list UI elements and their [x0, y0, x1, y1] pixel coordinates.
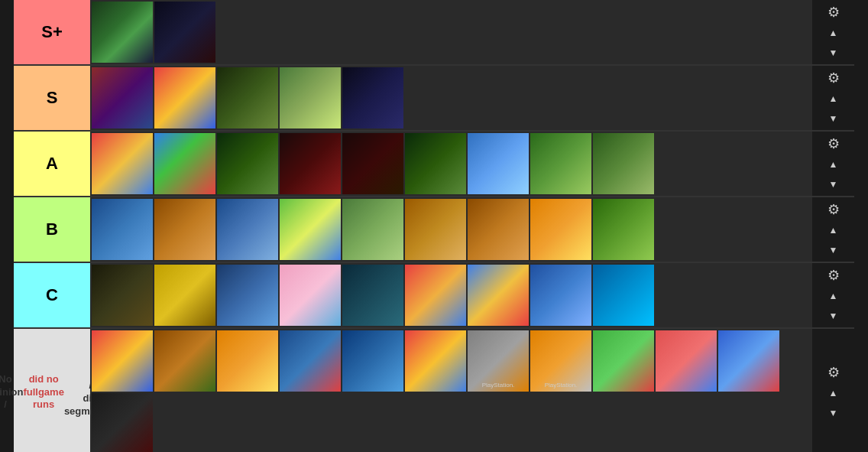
game-megaman-no[interactable]: [342, 330, 403, 392]
game-super-mario-land[interactable]: [405, 330, 466, 392]
gear-button-a[interactable]: ⚙: [823, 135, 844, 152]
gear-button-splus[interactable]: ⚙: [823, 4, 844, 21]
up-button-splus[interactable]: [823, 24, 844, 41]
game-mario-odyssey[interactable]: [92, 133, 153, 194]
tier-list: S+⚙S⚙A⚙B⚙C⚙No opinion /did nofullgamerun…: [14, 0, 854, 452]
game-zelda-mm2[interactable]: [405, 133, 466, 194]
game-ducktales-c[interactable]: [530, 265, 591, 326]
game-donkey-kong-b[interactable]: [154, 199, 215, 260]
game-zelda-botw[interactable]: [280, 67, 341, 128]
tier-games-b: [90, 197, 812, 262]
tier-controls-a: ⚙: [812, 132, 854, 196]
up-button-no-opinion[interactable]: [823, 384, 844, 401]
down-button-a[interactable]: [823, 175, 844, 192]
gear-button-no-opinion[interactable]: ⚙: [823, 364, 844, 381]
tier-label-no-opinion: No opinion /did nofullgameruns/didsegmen…: [14, 329, 90, 452]
tier-row-splus: S+⚙: [14, 0, 854, 66]
tier-controls-s: ⚙: [812, 66, 854, 130]
gear-button-b[interactable]: ⚙: [823, 201, 844, 218]
game-mario-party4[interactable]: [468, 265, 529, 326]
game-portal[interactable]: [342, 265, 403, 326]
tier-games-c: [90, 263, 812, 327]
down-button-no-opinion[interactable]: [823, 404, 844, 421]
tier-controls-c: ⚙: [812, 263, 854, 327]
up-button-b[interactable]: [823, 221, 844, 238]
tier-label-b: B: [14, 197, 90, 262]
tier-controls-b: ⚙: [812, 197, 854, 262]
game-zelda-link-c[interactable]: [593, 265, 654, 326]
down-button-b[interactable]: [823, 241, 844, 258]
game-super-mario-rpg[interactable]: [718, 330, 779, 392]
game-hollow-knight[interactable]: [154, 2, 215, 63]
gear-button-s[interactable]: ⚙: [823, 70, 844, 86]
tier-games-no-opinion: PlayStation.PlayStation.: [90, 329, 812, 452]
game-crash-b[interactable]: [530, 199, 591, 260]
tier-row-a: A⚙: [14, 132, 854, 197]
game-donkey-kong-no[interactable]: [154, 330, 215, 392]
tier-label-a: A: [14, 132, 90, 196]
game-mario-world[interactable]: [154, 133, 215, 194]
tier-row-b: B⚙: [14, 197, 854, 263]
game-super-mario64-no[interactable]: [92, 330, 153, 392]
tier-row-no-opinion: No opinion /did nofullgameruns/didsegmen…: [14, 329, 854, 452]
tier-controls-no-opinion: ⚙: [812, 329, 854, 452]
game-donkey-kong64[interactable]: [405, 199, 466, 260]
game-starfox-adv[interactable]: [217, 265, 278, 326]
game-metroid-dread[interactable]: [342, 67, 403, 128]
game-metroid-prime[interactable]: [92, 2, 153, 63]
up-button-s[interactable]: [823, 89, 844, 106]
down-button-splus[interactable]: [823, 44, 844, 60]
gear-button-c[interactable]: ⚙: [823, 267, 844, 284]
game-kirby[interactable]: [280, 265, 341, 326]
down-button-c[interactable]: [823, 307, 844, 324]
game-re4[interactable]: [92, 265, 153, 326]
tier-label-c: C: [14, 263, 90, 327]
tier-row-c: C⚙: [14, 263, 854, 329]
game-pikmin2[interactable]: [593, 199, 654, 260]
game-zelda-minish[interactable]: [342, 199, 403, 260]
game-zelda-oot[interactable]: [593, 133, 654, 194]
game-wario-world[interactable]: [154, 265, 215, 326]
game-re3[interactable]: [280, 133, 341, 194]
game-ducktales[interactable]: [217, 199, 278, 260]
tier-games-a: [90, 132, 812, 196]
tier-label-splus: S+: [14, 0, 90, 64]
game-zelda-mm[interactable]: [217, 133, 278, 194]
game-bloodborne[interactable]: [342, 133, 403, 194]
game-zelda-lttp-a[interactable]: [530, 133, 591, 194]
game-chrono-trigger[interactable]: [92, 67, 153, 128]
tier-games-splus: [90, 0, 812, 64]
tier-label-s: S: [14, 66, 90, 130]
game-crash-ps1b[interactable]: PlayStation.: [530, 330, 591, 392]
game-crash-ps1a[interactable]: PlayStation.: [468, 330, 529, 392]
game-yoshi[interactable]: [593, 330, 654, 392]
game-mario64[interactable]: [154, 67, 215, 128]
game-mario-party5[interactable]: [405, 265, 466, 326]
up-button-c[interactable]: [823, 287, 844, 304]
game-crash-no[interactable]: [217, 330, 278, 392]
tier-row-s: S⚙: [14, 66, 854, 132]
up-button-a[interactable]: [823, 155, 844, 172]
game-zelda-tp[interactable]: [217, 67, 278, 128]
tier-games-s: [90, 66, 812, 130]
game-undertale[interactable]: [92, 393, 153, 452]
tier-controls-splus: ⚙: [812, 0, 854, 64]
game-donkey-kong64b[interactable]: [468, 199, 529, 260]
game-megaman10[interactable]: [280, 330, 341, 392]
game-megaman11[interactable]: [92, 199, 153, 260]
game-super-mario-world-b[interactable]: [280, 199, 341, 260]
game-zelda-ww[interactable]: [468, 133, 529, 194]
down-button-s[interactable]: [823, 109, 844, 126]
game-paper-mario[interactable]: [656, 330, 717, 392]
